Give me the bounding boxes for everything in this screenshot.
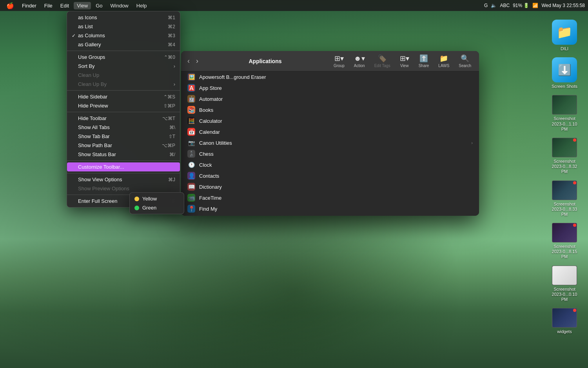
ss3-label: Screenshot2023-0...8.33 PM <box>549 202 580 217</box>
app-calculator[interactable]: 🧮 Calculator <box>181 115 479 126</box>
green-label: Green <box>142 205 156 211</box>
label-show-preview-options: Show Preview Options <box>78 186 175 191</box>
menu-customize-toolbar[interactable]: Customize Toolbar... <box>67 162 180 171</box>
desktop-icon-dili[interactable]: 📁 DILI <box>549 20 580 51</box>
finder-list[interactable]: 🖼️ Apowersoft B...ground Eraser 🅰️ App S… <box>181 71 479 216</box>
label-clean-up-by: Clean Up By <box>78 81 172 87</box>
label-hide-preview: Hide Preview <box>78 103 163 109</box>
menubar-view[interactable]: View <box>74 2 91 9</box>
label-as-gallery: as Gallery <box>78 42 168 47</box>
green-dot <box>134 206 139 210</box>
app-findmy[interactable]: 📍 Find My <box>181 203 479 214</box>
app-icon-findmy: 📍 <box>187 205 195 213</box>
app-automator[interactable]: 🤖 Automator <box>181 93 479 104</box>
finder-title: Applications <box>203 58 327 64</box>
submenu-green[interactable]: Green <box>130 203 184 212</box>
menu-clean-up[interactable]: Clean Up <box>67 71 180 80</box>
menubar-left: 🍎 Finder File Edit View Go Window Help <box>3 1 150 10</box>
action-icon: ☻▾ <box>354 54 365 63</box>
finder-back[interactable]: ‹ <box>186 56 191 66</box>
desktop-icon-ss3[interactable]: Screenshot2023-0...8.33 PM <box>549 180 580 217</box>
desktop-icon-screenshots[interactable]: ⬇️ Screen Shots <box>549 57 580 89</box>
menubar-finder[interactable]: Finder <box>19 2 40 9</box>
app-dictionary[interactable]: 📖 Dictionary <box>181 181 479 192</box>
app-chess[interactable]: ♟️ Chess <box>181 148 479 159</box>
toolbar-group-btn[interactable]: ⊞▾ Group <box>330 53 348 69</box>
menubar-file[interactable]: File <box>41 2 56 9</box>
menu-as-icons[interactable]: as Icons ⌘1 <box>67 13 180 22</box>
separator-3 <box>67 112 180 112</box>
menu-as-list[interactable]: as List ⌘2 <box>67 22 180 31</box>
toolbar-action-btn[interactable]: ☻▾ Action <box>351 53 368 69</box>
submenu-yellow[interactable]: Yellow <box>130 194 184 203</box>
desktop-icon-ss2[interactable]: Screenshot2023-0...8.32 PM <box>549 138 580 175</box>
menu-hide-toolbar[interactable]: Hide Toolbar ⌥⌘T <box>67 114 180 123</box>
app-appstore[interactable]: 🅰️ App Store <box>181 82 479 93</box>
toolbar-search-btn[interactable]: 🔍 Search <box>456 53 474 69</box>
menu-use-groups[interactable]: Use Groups ⌃⌘0 <box>67 53 180 62</box>
app-canon[interactable]: 📷 Canon Utilities › <box>181 137 479 148</box>
desktop-icon-ss5[interactable]: Screenshot2023-0...0.10 PM <box>549 266 580 302</box>
menubar-edit[interactable]: Edit <box>57 2 72 9</box>
menu-show-path-bar[interactable]: Show Path Bar ⌥⌘P <box>67 141 180 150</box>
finder-content: 🖼️ Apowersoft B...ground Eraser 🅰️ App S… <box>181 71 479 216</box>
dili-icon: 📁 <box>552 20 577 45</box>
menu-hide-preview[interactable]: Hide Preview ⇧⌘P <box>67 101 180 110</box>
toolbar-laws-btn[interactable]: 📁 LAWS <box>435 53 452 69</box>
app-contacts[interactable]: 👤 Contacts <box>181 170 479 181</box>
finder-forward[interactable]: › <box>194 56 200 66</box>
label-show-path-bar: Show Path Bar <box>78 142 162 148</box>
label-show-status-bar: Show Status Bar <box>78 151 169 157</box>
ss2-dot <box>573 138 576 142</box>
check-as-columns: ✓ <box>72 33 78 38</box>
app-icon-automator: 🤖 <box>187 95 195 103</box>
app-name-findmy: Find My <box>199 206 217 212</box>
dili-label: DILI <box>561 46 568 51</box>
label-hide-toolbar: Hide Toolbar <box>78 115 162 121</box>
desktop-icon-ss1[interactable]: Screenshot2023-0...1.10 PM <box>549 95 580 132</box>
menubar-go[interactable]: Go <box>93 2 105 9</box>
submenu-panel: Yellow Green <box>129 192 184 214</box>
shortcut-show-view-options: ⌘J <box>168 177 175 182</box>
ss4-label: Screenshot2023-0...8.15 PM <box>549 244 580 260</box>
shortcut-hide-sidebar: ⌃⌘S <box>163 94 175 100</box>
menu-sort-by[interactable]: Sort By › <box>67 62 180 71</box>
menu-show-preview-options[interactable]: Show Preview Options <box>67 184 180 193</box>
apple-menu[interactable]: 🍎 <box>3 1 17 10</box>
menubar-help[interactable]: Help <box>133 2 150 9</box>
app-books[interactable]: 📚 Books <box>181 104 479 115</box>
separator-2 <box>67 90 180 91</box>
toolbar-edit-tags-btn[interactable]: 🏷️ Edit Tags <box>371 53 394 69</box>
menu-as-columns[interactable]: ✓ as Columns ⌘3 <box>67 31 180 40</box>
app-name-apowersoft: Apowersoft B...ground Eraser <box>199 74 266 80</box>
menu-show-view-options[interactable]: Show View Options ⌘J <box>67 175 180 184</box>
screenshots-label: Screen Shots <box>552 84 577 89</box>
app-arrow-canon: › <box>471 140 473 145</box>
desktop-icon-widgets[interactable]: widgets <box>549 308 580 334</box>
app-apowersoft[interactable]: 🖼️ Apowersoft B...ground Eraser <box>181 71 479 82</box>
shortcut-show-tab-bar: ⇧T <box>169 134 175 139</box>
toolbar-share-btn[interactable]: ⬆️ Share <box>416 53 432 69</box>
app-calendar[interactable]: 📅 Calendar <box>181 126 479 137</box>
app-icon-books: 📚 <box>187 106 195 114</box>
shortcut-as-icons: ⌘1 <box>168 15 175 20</box>
share-label: Share <box>419 64 429 68</box>
menubar-battery: 91% 🔋 <box>513 3 529 8</box>
app-facetime[interactable]: 📹 FaceTime <box>181 192 479 203</box>
desktop-icon-ss4[interactable]: Screenshot2023-0...8.15 PM <box>549 223 580 260</box>
menu-show-status-bar[interactable]: Show Status Bar ⌘/ <box>67 150 180 159</box>
app-fontbook[interactable]: Ff Font Book <box>181 214 479 216</box>
desktop-icons: 📁 DILI ⬇️ Screen Shots Screenshot2023-0.… <box>549 20 580 334</box>
app-clock[interactable]: 🕐 Clock <box>181 159 479 170</box>
menu-as-gallery[interactable]: as Gallery ⌘4 <box>67 40 180 49</box>
menubar-datetime: Wed May 3 22:55:58 <box>541 3 585 8</box>
app-name-clock: Clock <box>199 162 212 168</box>
app-name-contacts: Contacts <box>199 173 219 179</box>
menu-hide-sidebar[interactable]: Hide Sidebar ⌃⌘S <box>67 92 180 101</box>
menubar: 🍎 Finder File Edit View Go Window Help G… <box>0 0 588 11</box>
menu-show-all-tabs[interactable]: Show All Tabs ⌘\ <box>67 123 180 132</box>
menubar-window[interactable]: Window <box>107 2 132 9</box>
toolbar-view-btn[interactable]: ⊞▾ View <box>397 53 412 69</box>
menu-clean-up-by[interactable]: Clean Up By › <box>67 80 180 89</box>
menu-show-tab-bar[interactable]: Show Tab Bar ⇧T <box>67 132 180 141</box>
